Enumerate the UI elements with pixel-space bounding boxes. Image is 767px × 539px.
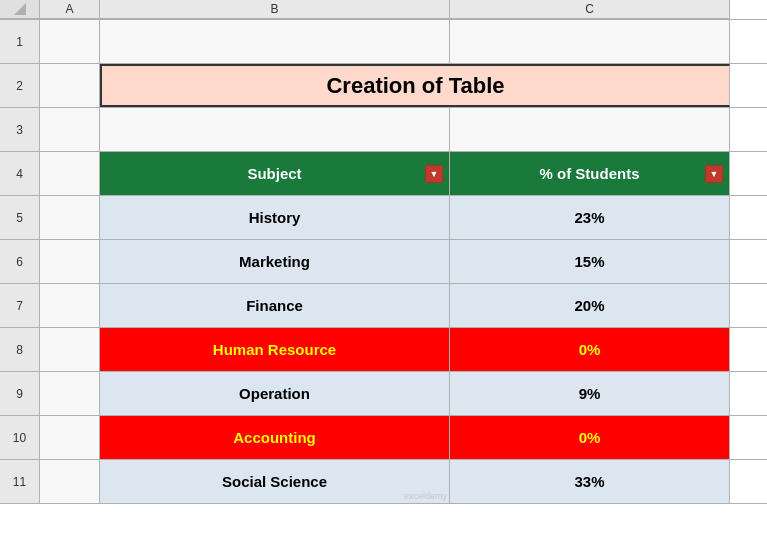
data-rows: 1 2 Creation of Table 3 — [0, 20, 767, 539]
row-number: 2 — [0, 64, 40, 107]
cell-c7: 20% — [450, 284, 730, 327]
cell-a3 — [40, 108, 100, 151]
cell-a4 — [40, 152, 100, 195]
row-number: 1 — [0, 20, 40, 63]
percent-value: 15% — [574, 253, 604, 270]
cell-a6 — [40, 240, 100, 283]
table-row: 3 — [0, 108, 767, 152]
cell-b3 — [100, 108, 450, 151]
row-number: 6 — [0, 240, 40, 283]
cell-c10: 0% — [450, 416, 730, 459]
cell-b10: Accounting — [100, 416, 450, 459]
cell-a10 — [40, 416, 100, 459]
subject-name: Operation — [239, 385, 310, 402]
row-number: 8 — [0, 328, 40, 371]
cell-a11 — [40, 460, 100, 503]
row-number: 4 — [0, 152, 40, 195]
subject-name: Finance — [246, 297, 303, 314]
row-number: 3 — [0, 108, 40, 151]
cell-a1 — [40, 20, 100, 63]
cell-b4-subject-header: Subject — [100, 152, 450, 195]
table-row: 1 — [0, 20, 767, 64]
subject-name: History — [249, 209, 301, 226]
subject-dropdown-button[interactable] — [425, 165, 443, 183]
subject-name: Accounting — [233, 429, 316, 446]
cell-c6: 15% — [450, 240, 730, 283]
cell-a7 — [40, 284, 100, 327]
corner-cell — [0, 0, 40, 19]
table-row: 2 Creation of Table — [0, 64, 767, 108]
cell-b7: Finance — [100, 284, 450, 327]
subject-name: Marketing — [239, 253, 310, 270]
row-number: 10 — [0, 416, 40, 459]
table-row: 8 Human Resource 0% — [0, 328, 767, 372]
subject-name: Social Science — [222, 473, 327, 490]
cell-c5: 23% — [450, 196, 730, 239]
col-header-c: C — [450, 0, 730, 19]
row-number: 5 — [0, 196, 40, 239]
table-row: 11 Social Science exceldemy 33% — [0, 460, 767, 504]
column-header-row: A B C — [0, 0, 767, 20]
title-cell: Creation of Table — [100, 64, 730, 107]
spreadsheet: A B C 1 2 Creation of Table — [0, 0, 767, 539]
cell-b9: Operation — [100, 372, 450, 415]
svg-marker-0 — [14, 3, 26, 15]
cell-c11: 33% — [450, 460, 730, 503]
subject-header-label: Subject — [247, 165, 301, 182]
cell-a2 — [40, 64, 100, 107]
cell-c1 — [450, 20, 730, 63]
percent-value: 20% — [574, 297, 604, 314]
percent-value: 0% — [579, 341, 601, 358]
percent-dropdown-button[interactable] — [705, 165, 723, 183]
col-header-a: A — [40, 0, 100, 19]
row-number: 9 — [0, 372, 40, 415]
percent-value: 0% — [579, 429, 601, 446]
cell-a8 — [40, 328, 100, 371]
page-title: Creation of Table — [326, 73, 504, 99]
table-row: 5 History 23% — [0, 196, 767, 240]
cell-b5: History — [100, 196, 450, 239]
cell-c4-percent-header: % of Students — [450, 152, 730, 195]
percent-header-label: % of Students — [540, 165, 640, 182]
subject-name: Human Resource — [213, 341, 336, 358]
row-number: 7 — [0, 284, 40, 327]
cell-c8: 0% — [450, 328, 730, 371]
table-row: 4 Subject % of Students — [0, 152, 767, 196]
cell-c3 — [450, 108, 730, 151]
percent-value: 9% — [579, 385, 601, 402]
row-number: 11 — [0, 460, 40, 503]
cell-a9 — [40, 372, 100, 415]
cell-b8: Human Resource — [100, 328, 450, 371]
col-header-b: B — [100, 0, 450, 19]
cell-b11: Social Science exceldemy — [100, 460, 450, 503]
cell-b6: Marketing — [100, 240, 450, 283]
percent-value: 23% — [574, 209, 604, 226]
cell-a5 — [40, 196, 100, 239]
table-row: 9 Operation 9% — [0, 372, 767, 416]
table-row: 10 Accounting 0% — [0, 416, 767, 460]
table-row: 6 Marketing 15% — [0, 240, 767, 284]
cell-c9: 9% — [450, 372, 730, 415]
cell-b1 — [100, 20, 450, 63]
percent-value: 33% — [574, 473, 604, 490]
table-row: 7 Finance 20% — [0, 284, 767, 328]
